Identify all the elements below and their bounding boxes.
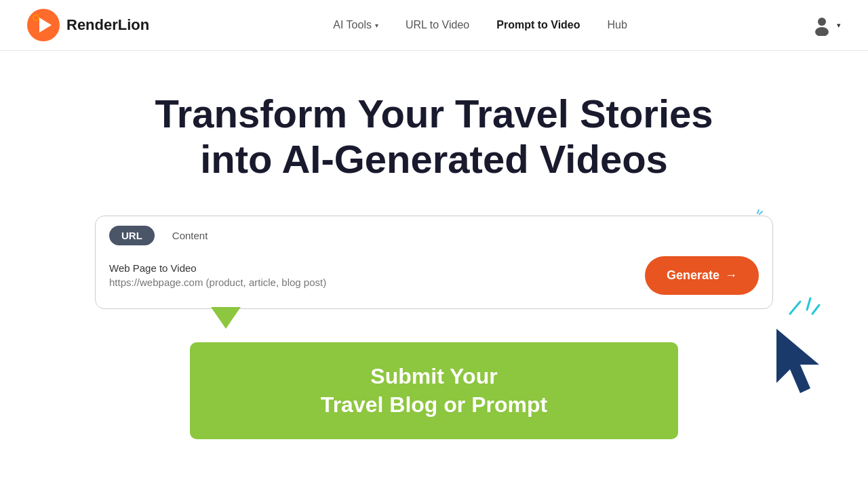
spark-icon (752, 209, 766, 223)
user-menu[interactable]: ▾ (811, 14, 841, 36)
logo[interactable]: RenderLion (27, 9, 149, 41)
svg-point-3 (34, 16, 38, 20)
main-nav: AI Tools ▾ URL to Video Prompt to Video … (333, 19, 627, 31)
generate-button[interactable]: Generate → (645, 256, 759, 295)
nav-item-ai-tools[interactable]: AI Tools ▾ (333, 19, 378, 31)
svg-point-5 (815, 27, 829, 36)
green-banner-text: Submit Your Travel Blog or Prompt (217, 363, 651, 419)
input-label: Web Page to Video (109, 262, 634, 274)
tab-content[interactable]: Content (160, 226, 220, 245)
input-card: URL Content Web Page to Video Generate → (95, 216, 773, 309)
user-icon (811, 14, 833, 36)
svg-point-4 (818, 18, 826, 26)
hero-title: Transform Your Travel Stories into AI-Ge… (155, 92, 713, 182)
input-text-area: Web Page to Video (109, 262, 634, 289)
cursor-decoration (739, 295, 834, 396)
logo-text: RenderLion (66, 16, 149, 34)
logo-icon (27, 9, 60, 41)
url-input[interactable] (109, 277, 634, 288)
user-chevron-icon: ▾ (837, 21, 841, 30)
input-body: Web Page to Video Generate → (96, 245, 772, 308)
green-banner: Submit Your Travel Blog or Prompt (190, 342, 678, 439)
svg-line-7 (760, 211, 762, 214)
tabs-row: URL Content (96, 216, 772, 245)
card-pointer-triangle (211, 307, 241, 329)
tab-url[interactable]: URL (109, 226, 155, 245)
nav-item-prompt-to-video[interactable]: Prompt to Video (496, 19, 580, 31)
svg-marker-11 (776, 329, 819, 393)
svg-line-6 (757, 209, 759, 214)
generate-arrow-icon: → (725, 268, 737, 283)
svg-line-8 (790, 302, 800, 314)
chevron-down-icon: ▾ (375, 22, 378, 29)
nav-item-url-to-video[interactable]: URL to Video (406, 19, 469, 31)
header: RenderLion AI Tools ▾ URL to Video Promp… (0, 0, 868, 51)
svg-line-9 (807, 298, 810, 310)
svg-line-10 (812, 305, 819, 314)
main-content: Transform Your Travel Stories into AI-Ge… (0, 51, 868, 309)
nav-item-hub[interactable]: Hub (608, 19, 627, 31)
